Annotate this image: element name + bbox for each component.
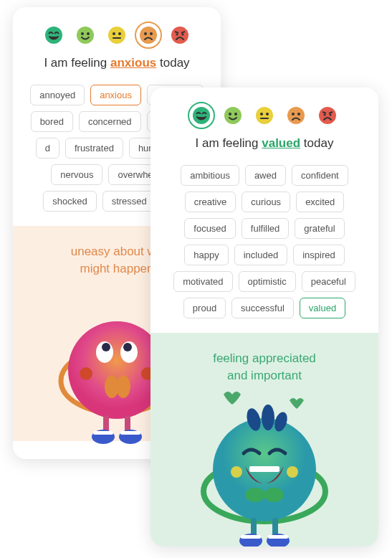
svg-point-18 bbox=[80, 367, 92, 380]
feeling-sentence: I am feeling anxious today bbox=[24, 56, 209, 70]
feeling-chip-awed[interactable]: awed bbox=[245, 165, 286, 186]
svg-point-15 bbox=[181, 33, 183, 35]
svg-point-33 bbox=[224, 107, 242, 124]
feeling-chip-d[interactable]: d bbox=[36, 138, 59, 159]
svg-point-56 bbox=[245, 488, 265, 502]
feeling-chip-happy[interactable]: happy bbox=[184, 245, 228, 265]
mood-scale bbox=[162, 105, 367, 126]
svg-point-3 bbox=[87, 32, 90, 35]
definition-panel: feeling appreciated and important bbox=[150, 333, 378, 547]
mood-very-sad-icon[interactable] bbox=[317, 105, 338, 126]
valued-monster-illustration bbox=[196, 387, 333, 547]
feeling-chip-proud[interactable]: proud bbox=[183, 298, 226, 318]
feeling-chip-peaceful[interactable]: peaceful bbox=[302, 271, 355, 292]
feeling-chip-anxious[interactable]: anxious bbox=[90, 85, 141, 105]
svg-rect-62 bbox=[241, 535, 261, 539]
feeling-chip-creative[interactable]: creative bbox=[185, 191, 236, 212]
svg-point-53 bbox=[231, 466, 242, 478]
svg-point-6 bbox=[118, 32, 121, 35]
feeling-chip-fulfilled[interactable]: fulfilled bbox=[242, 218, 289, 239]
svg-point-25 bbox=[116, 375, 130, 398]
svg-point-37 bbox=[260, 113, 263, 115]
feeling-chip-motivated[interactable]: motivated bbox=[173, 271, 232, 292]
svg-point-41 bbox=[292, 113, 295, 115]
svg-point-40 bbox=[287, 107, 305, 124]
svg-point-9 bbox=[144, 32, 147, 35]
svg-point-38 bbox=[266, 113, 269, 115]
feeling-chip-curious[interactable]: curious bbox=[242, 191, 290, 212]
mood-card-valued: I am feeling valued today ambitiousawedc… bbox=[150, 88, 378, 547]
svg-point-4 bbox=[108, 27, 125, 44]
feeling-sentence: I am feeling valued today bbox=[162, 136, 367, 151]
feeling-chip-inspired[interactable]: inspired bbox=[293, 245, 345, 265]
mood-happy-icon[interactable] bbox=[75, 24, 96, 46]
svg-point-54 bbox=[287, 466, 298, 478]
svg-point-36 bbox=[256, 107, 273, 124]
feeling-prefix: I am feeling bbox=[196, 136, 259, 150]
mood-neutral-icon[interactable] bbox=[106, 24, 128, 46]
mood-happy-icon[interactable] bbox=[222, 105, 244, 126]
svg-rect-31 bbox=[120, 431, 140, 435]
feeling-chip-concerned[interactable]: concerned bbox=[79, 111, 141, 132]
feeling-suffix: today bbox=[304, 136, 334, 150]
feeling-chip-shocked[interactable]: shocked bbox=[43, 191, 96, 212]
feeling-chip-successful[interactable]: successful bbox=[231, 298, 294, 318]
feeling-chip-optimistic[interactable]: optimistic bbox=[239, 271, 296, 292]
svg-point-14 bbox=[176, 33, 178, 35]
svg-point-51 bbox=[262, 405, 274, 430]
feeling-chip-included[interactable]: included bbox=[234, 245, 287, 265]
svg-point-43 bbox=[319, 107, 336, 124]
svg-rect-30 bbox=[93, 431, 113, 435]
svg-point-10 bbox=[150, 32, 153, 35]
svg-point-22 bbox=[102, 343, 110, 351]
svg-point-0 bbox=[45, 27, 62, 44]
svg-point-34 bbox=[229, 113, 231, 115]
feeling-word: valued bbox=[262, 136, 300, 150]
mood-very-happy-icon[interactable] bbox=[191, 105, 212, 126]
mood-neutral-icon[interactable] bbox=[254, 105, 275, 126]
feeling-chip-frustrated[interactable]: frustrated bbox=[65, 138, 123, 159]
svg-point-5 bbox=[113, 32, 115, 35]
feeling-chips: ambitiousawedconfidentcreativecuriousexc… bbox=[162, 165, 367, 318]
mood-sad-icon[interactable] bbox=[285, 105, 307, 126]
svg-point-47 bbox=[329, 113, 331, 115]
feeling-chip-grateful[interactable]: grateful bbox=[295, 218, 344, 239]
feeling-word: anxious bbox=[110, 56, 156, 70]
svg-point-46 bbox=[323, 113, 325, 115]
feeling-suffix: today bbox=[160, 56, 190, 70]
feeling-chip-excited[interactable]: excited bbox=[296, 191, 344, 212]
svg-point-11 bbox=[171, 27, 188, 44]
svg-point-57 bbox=[264, 488, 284, 502]
svg-point-32 bbox=[193, 107, 210, 124]
feeling-chip-bored[interactable]: bored bbox=[31, 111, 73, 132]
mood-very-happy-icon[interactable] bbox=[43, 24, 64, 46]
svg-point-8 bbox=[140, 27, 157, 44]
svg-point-42 bbox=[297, 113, 300, 115]
svg-point-1 bbox=[77, 27, 94, 44]
svg-rect-63 bbox=[268, 535, 288, 539]
feeling-chip-valued[interactable]: valued bbox=[300, 298, 345, 318]
feeling-prefix: I am feeling bbox=[44, 56, 107, 70]
feeling-chip-stressed[interactable]: stressed bbox=[102, 191, 156, 212]
mood-scale bbox=[24, 24, 209, 46]
feeling-chip-ambitious[interactable]: ambitious bbox=[181, 165, 239, 186]
mood-sad-icon[interactable] bbox=[138, 24, 159, 46]
svg-rect-55 bbox=[249, 466, 279, 472]
feeling-chip-confident[interactable]: confident bbox=[292, 165, 348, 186]
definition-text: feeling appreciated and important bbox=[162, 350, 367, 384]
svg-point-23 bbox=[123, 343, 132, 351]
svg-point-35 bbox=[234, 113, 237, 115]
feeling-chip-annoyed[interactable]: annoyed bbox=[30, 85, 85, 105]
feeling-chip-focused[interactable]: focused bbox=[184, 218, 236, 239]
mood-very-sad-icon[interactable] bbox=[169, 24, 191, 46]
feeling-chip-nervous[interactable]: nervous bbox=[51, 164, 102, 185]
svg-point-2 bbox=[81, 32, 84, 35]
